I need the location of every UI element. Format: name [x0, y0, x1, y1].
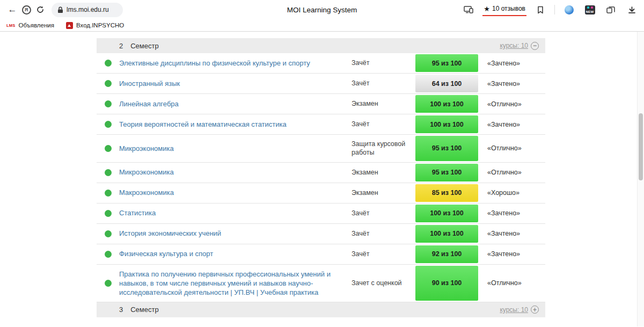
- course-name-cell: Микроэкономика: [119, 139, 352, 158]
- score-badge: 100 из 100: [415, 225, 478, 243]
- grade-text: «Зачтено»: [481, 121, 545, 128]
- assessment-type: Защита курсовой работы: [352, 135, 413, 162]
- course-link[interactable]: Теория вероятностей и математическая ста…: [119, 120, 287, 128]
- star-icon: ★: [484, 5, 490, 13]
- course-link[interactable]: Практика по получению первичных професси…: [119, 270, 331, 296]
- status-dot-cell: [97, 224, 119, 244]
- score-badge: 64 из 100: [415, 75, 478, 92]
- score-badge: 95 из 100: [415, 164, 478, 181]
- assessment-type: Экзамен: [352, 95, 413, 113]
- scrollbar-track[interactable]: [637, 32, 644, 326]
- courses-count-link: курсы: 10: [500, 306, 528, 314]
- course-name-cell: История экономических учений: [119, 224, 352, 243]
- new-badge-box: NEW: [585, 5, 595, 14]
- devices-glyph-icon: [464, 6, 473, 13]
- bookmark-item-announcements[interactable]: LMS Объявления: [6, 22, 54, 28]
- course-link[interactable]: Микроэкономика: [119, 144, 174, 152]
- expand-icon: +: [531, 306, 539, 314]
- semester-3-header: 3 Семестр курсы: 10 +: [97, 302, 545, 317]
- bookmark-label: Объявления: [18, 22, 54, 28]
- assessment-type: Зачёт: [352, 74, 413, 92]
- score-cell: 64 из 100: [413, 74, 481, 93]
- table-row: Теория вероятностей и математическая ста…: [97, 114, 545, 135]
- status-dot-cell: [97, 204, 119, 223]
- refresh-icon[interactable]: [33, 3, 47, 17]
- collections-icon[interactable]: [604, 3, 618, 17]
- score-badge: 92 из 100: [415, 245, 478, 263]
- browser-update-icon[interactable]: [562, 3, 576, 17]
- status-dot-cell: [97, 183, 119, 203]
- assessment-type: Зачёт: [352, 115, 413, 133]
- back-icon[interactable]: ←: [5, 3, 19, 17]
- course-name-cell: Практика по получению первичных професси…: [119, 265, 352, 302]
- grade-text: «Зачтено»: [481, 250, 545, 258]
- reviews-count: 10 отзывов: [492, 5, 525, 12]
- status-dot-cell: [97, 74, 119, 93]
- grade-text: «Зачтено»: [481, 80, 545, 88]
- refresh-glyph-icon: [36, 5, 45, 14]
- assessment-type: Экзамен: [352, 163, 413, 181]
- yandex-ring-icon: Я: [22, 5, 31, 14]
- status-dot-icon: [105, 100, 112, 107]
- assessment-type: Экзамен: [352, 184, 413, 202]
- course-link[interactable]: Статистика: [119, 209, 156, 217]
- course-link[interactable]: Линейная алгебра: [119, 100, 179, 108]
- score-cell: 100 из 100: [413, 224, 481, 244]
- table-row: Элективные дисциплины по физической куль…: [97, 53, 545, 74]
- collapse-icon: −: [531, 42, 539, 50]
- page-content: 2 Семестр курсы: 10 − Элективные дисципл…: [0, 32, 644, 326]
- score-cell: 90 из 100: [413, 265, 481, 302]
- grade-text: «Отлично»: [481, 144, 545, 152]
- score-badge: 90 из 100: [415, 266, 478, 301]
- course-link[interactable]: Физическая культура и спорт: [119, 250, 213, 258]
- grade-text: «Отлично»: [481, 279, 545, 287]
- collections-glyph-icon: [606, 6, 615, 14]
- table-row: Иностранный язык Зачёт 64 из 100 «Зачтен…: [97, 74, 545, 94]
- course-link[interactable]: Микроэкономика: [119, 168, 174, 176]
- toolbar-right: ★ 10 отзывов NEW: [462, 3, 639, 17]
- semester-3-toggle[interactable]: курсы: 10 +: [500, 306, 539, 314]
- scrollbar-thumb[interactable]: [639, 113, 643, 180]
- status-dot-icon: [105, 190, 112, 197]
- course-link[interactable]: Иностранный язык: [119, 79, 180, 88]
- score-cell: 100 из 100: [413, 204, 481, 223]
- table-row: История экономических учений Зачёт 100 и…: [97, 224, 545, 244]
- browser-toolbar: ← Я lms.moi.edu.ru MOI Learning System ★…: [0, 0, 644, 19]
- semester-number: 2: [119, 42, 123, 50]
- table-row: Макроэкономика Экзамен 85 из 100 «Хорошо…: [97, 183, 545, 204]
- yandex-home-icon[interactable]: Я: [19, 3, 33, 17]
- download-icon[interactable]: [625, 3, 639, 17]
- semester-2-toggle[interactable]: курсы: 10 −: [500, 42, 539, 50]
- status-dot-cell: [97, 265, 119, 302]
- assessment-type: Зачёт: [352, 224, 413, 243]
- bookmark-icon[interactable]: [533, 3, 547, 17]
- globe-icon: [565, 5, 574, 14]
- course-link[interactable]: История экономических учений: [119, 229, 221, 237]
- status-dot-icon: [105, 280, 112, 287]
- status-dot-cell: [97, 135, 119, 162]
- score-badge: 100 из 100: [415, 115, 478, 133]
- table-row: Микроэкономика Экзамен 95 из 100 «Отличн…: [97, 163, 545, 183]
- semester-label: Семестр: [130, 306, 158, 314]
- score-cell: 92 из 100: [413, 244, 481, 264]
- assessment-type: Зачет с оценкой: [352, 274, 413, 292]
- lock-icon: [57, 6, 63, 13]
- status-dot-icon: [105, 230, 112, 237]
- course-link[interactable]: Элективные дисциплины по физической куль…: [119, 59, 310, 67]
- course-name-cell: Элективные дисциплины по физической куль…: [119, 54, 352, 72]
- page-title: MOI Learning System: [161, 6, 483, 14]
- address-bar[interactable]: lms.moi.edu.ru: [52, 3, 123, 17]
- score-cell: 95 из 100: [413, 135, 481, 162]
- course-link[interactable]: Макроэкономика: [119, 188, 174, 197]
- status-dot-cell: [97, 244, 119, 264]
- reviews-button[interactable]: ★ 10 отзывов: [482, 4, 526, 16]
- bookmark-item-inpsycho[interactable]: Вход.INPSYCHO: [66, 22, 124, 29]
- course-name-cell: Макроэкономика: [119, 183, 352, 202]
- toolbar-divider: [554, 5, 555, 14]
- devices-icon[interactable]: [462, 3, 475, 17]
- grade-text: «Зачтено»: [481, 209, 545, 217]
- score-cell: 95 из 100: [413, 163, 481, 183]
- score-badge: 100 из 100: [415, 95, 478, 113]
- new-badge-icon[interactable]: NEW: [583, 3, 597, 17]
- status-dot-icon: [105, 169, 112, 176]
